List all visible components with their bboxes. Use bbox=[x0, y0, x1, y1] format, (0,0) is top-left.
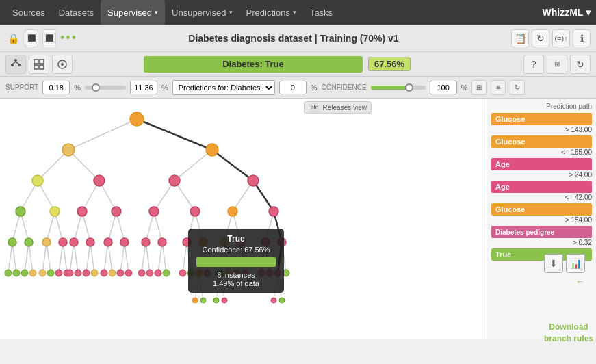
age-bar-1: Age bbox=[491, 158, 592, 170]
svg-point-79 bbox=[62, 144, 75, 156]
share-icon[interactable]: ⬛ bbox=[42, 29, 56, 47]
info-icon[interactable]: ℹ bbox=[573, 29, 591, 47]
releases-label: Releases view bbox=[323, 104, 367, 112]
filter-refresh-icon[interactable]: ↻ bbox=[510, 80, 525, 95]
svg-line-58 bbox=[146, 242, 150, 273]
conf-min-input[interactable] bbox=[279, 81, 307, 94]
svg-point-102 bbox=[158, 238, 166, 246]
tooltip-confidence: Confidence: 67.56% bbox=[196, 246, 276, 254]
view-controls-bar: Diabetes: True 67.56% ? ⊞ ↻ bbox=[0, 52, 596, 77]
svg-point-100 bbox=[120, 238, 129, 246]
svg-point-148 bbox=[200, 298, 206, 303]
svg-line-49 bbox=[70, 242, 74, 273]
grid-icon bbox=[34, 59, 44, 70]
grid-view-btn[interactable] bbox=[29, 55, 49, 74]
svg-line-45 bbox=[42, 242, 47, 273]
percent-symbol-3: % bbox=[311, 83, 318, 92]
svg-point-92 bbox=[269, 207, 278, 216]
svg-point-147 bbox=[192, 298, 198, 303]
svg-point-94 bbox=[25, 238, 33, 246]
nav-item-supervised[interactable]: Supervised ▾ bbox=[101, 0, 165, 25]
model-icon[interactable]: ⬛ bbox=[25, 29, 38, 47]
svg-point-83 bbox=[169, 175, 180, 186]
releases-view-btn[interactable]: ald Releases view bbox=[304, 101, 372, 114]
svg-point-89 bbox=[149, 207, 159, 216]
svg-rect-8 bbox=[40, 65, 44, 69]
confidence-slider[interactable] bbox=[371, 86, 426, 90]
chart-icon[interactable]: 📊 bbox=[566, 254, 585, 273]
support-slider[interactable] bbox=[85, 86, 126, 90]
svg-point-144 bbox=[279, 298, 285, 303]
svg-point-88 bbox=[112, 207, 121, 216]
svg-point-129 bbox=[179, 270, 186, 276]
svg-point-114 bbox=[47, 270, 54, 276]
predictions-select[interactable]: Predictions for: Diabetes bbox=[172, 80, 275, 95]
brand[interactable]: WhizzML ▾ bbox=[542, 7, 591, 18]
lock-icon: 🔒 bbox=[5, 31, 21, 46]
copy-icon[interactable]: 📋 bbox=[511, 29, 529, 47]
svg-line-50 bbox=[74, 242, 78, 273]
svg-line-51 bbox=[86, 242, 90, 273]
svg-point-101 bbox=[142, 238, 150, 246]
svg-point-128 bbox=[163, 270, 170, 276]
support-max-input[interactable] bbox=[130, 81, 157, 94]
filter-list-icon[interactable]: ≡ bbox=[491, 80, 506, 95]
confidence-label: CONFIDENCE bbox=[322, 83, 367, 91]
nav-item-predictions[interactable]: Predictions ▾ bbox=[239, 0, 303, 25]
svg-point-82 bbox=[94, 175, 105, 186]
svg-line-60 bbox=[162, 242, 166, 273]
main-toolbar: 🔒 ⬛ ⬛ • • • Diabetes diagnosis dataset |… bbox=[0, 25, 596, 52]
download-icons-group: ⬇ 📊 bbox=[544, 254, 585, 273]
svg-point-117 bbox=[66, 270, 73, 276]
tooltip-instances: 8 instances 1.49% of data bbox=[196, 271, 276, 287]
pred-path-glucose-1: Glucose > 143.00 bbox=[491, 113, 592, 133]
panel-title: Prediction path bbox=[546, 103, 592, 110]
svg-line-46 bbox=[47, 242, 51, 273]
conf-max-input[interactable] bbox=[430, 81, 457, 94]
tree-view-btn[interactable] bbox=[5, 55, 26, 74]
svg-line-41 bbox=[8, 242, 12, 273]
summary-view-btn[interactable] bbox=[52, 55, 73, 74]
main-content-area: ald Releases view bbox=[0, 99, 596, 339]
svg-point-119 bbox=[83, 270, 90, 276]
svg-line-42 bbox=[12, 242, 16, 273]
compare-icon[interactable]: (=)↑ bbox=[552, 29, 570, 47]
nav-item-datasets[interactable]: Datasets bbox=[52, 0, 101, 25]
download-branch-rules-label: Download branch rules bbox=[544, 322, 593, 345]
refresh-icon[interactable]: ↻ bbox=[532, 29, 549, 47]
svg-line-57 bbox=[142, 242, 146, 273]
download-branch-btn[interactable]: ⬇ bbox=[544, 254, 563, 273]
pred-icon-2[interactable]: ⊞ bbox=[547, 55, 567, 74]
nav-item-tasks[interactable]: Tasks bbox=[303, 0, 339, 25]
svg-point-80 bbox=[206, 144, 218, 156]
decision-tree-svg bbox=[0, 99, 373, 339]
svg-point-10 bbox=[61, 63, 64, 66]
svg-point-84 bbox=[248, 175, 259, 186]
tree-visualization-area[interactable]: ald Releases view bbox=[0, 99, 487, 339]
svg-point-110 bbox=[13, 270, 20, 276]
pred-icon-1[interactable]: ? bbox=[523, 55, 544, 74]
prediction-percentage: 67.56% bbox=[368, 57, 411, 71]
svg-point-96 bbox=[59, 238, 67, 246]
download-arrow-icon: ← bbox=[575, 276, 585, 287]
percent-symbol-2: % bbox=[161, 83, 168, 92]
svg-point-99 bbox=[104, 238, 112, 246]
svg-rect-5 bbox=[34, 60, 38, 64]
svg-point-115 bbox=[55, 270, 62, 276]
svg-point-81 bbox=[32, 175, 43, 186]
glucose-bar-1: Glucose bbox=[491, 113, 592, 125]
svg-point-91 bbox=[228, 207, 237, 216]
svg-point-111 bbox=[21, 270, 28, 276]
nav-item-unsupervised[interactable]: Unsupervised ▾ bbox=[165, 0, 239, 25]
svg-line-47 bbox=[59, 242, 63, 273]
support-min-input[interactable] bbox=[42, 81, 70, 94]
pred-path-age-2: Age <= 42.00 bbox=[491, 181, 592, 201]
svg-line-52 bbox=[90, 242, 94, 273]
svg-point-124 bbox=[125, 270, 132, 276]
pred-refresh-icon[interactable]: ↻ bbox=[570, 55, 591, 74]
nav-item-sources[interactable]: Sources bbox=[5, 0, 52, 25]
pred-path-pedigree: Diabetes pedigree > 0.32 bbox=[491, 226, 592, 246]
age-bar-2: Age bbox=[491, 181, 592, 193]
filter-grid-icon[interactable]: ⊞ bbox=[471, 80, 487, 95]
download-label-area: ← bbox=[575, 276, 585, 287]
